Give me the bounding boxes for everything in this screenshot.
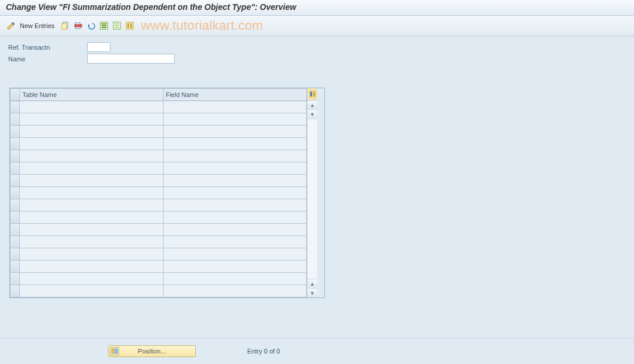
undo-icon[interactable]: [86, 20, 96, 31]
row-selector[interactable]: [11, 175, 20, 187]
cell-table-name[interactable]: [20, 285, 163, 297]
row-selector[interactable]: [11, 162, 20, 175]
table-settings-icon[interactable]: [307, 88, 317, 100]
configure-icon[interactable]: [124, 20, 135, 31]
ref-transactn-input[interactable]: [87, 42, 110, 52]
row-selector[interactable]: [11, 273, 20, 285]
name-label: Name: [8, 56, 87, 63]
cell-field-name[interactable]: [163, 212, 306, 224]
deselect-all-icon[interactable]: [112, 20, 122, 31]
cell-field-name[interactable]: [163, 187, 306, 199]
row-selector[interactable]: [11, 101, 20, 113]
cell-table-name[interactable]: [20, 199, 163, 212]
scroll-up-icon[interactable]: ▲: [307, 100, 317, 110]
table-row[interactable]: [11, 285, 307, 297]
table-row[interactable]: [11, 187, 307, 199]
cell-field-name[interactable]: [163, 138, 306, 150]
table-row[interactable]: [11, 162, 307, 175]
table-row[interactable]: [11, 150, 307, 162]
table-row[interactable]: [11, 126, 307, 138]
cell-field-name[interactable]: [163, 101, 306, 113]
row-selector[interactable]: [11, 126, 20, 138]
cell-table-name[interactable]: [20, 261, 163, 273]
cell-table-name[interactable]: [20, 150, 163, 162]
cell-table-name[interactable]: [20, 236, 163, 248]
cell-table-name[interactable]: [20, 126, 163, 138]
row-selector[interactable]: [11, 212, 20, 224]
cell-table-name[interactable]: [20, 212, 163, 224]
cell-table-name[interactable]: [20, 248, 163, 261]
row-selector[interactable]: [11, 138, 20, 150]
row-selector[interactable]: [11, 285, 20, 297]
cell-table-name[interactable]: [20, 187, 163, 199]
table-row[interactable]: [11, 224, 307, 236]
row-selector[interactable]: [11, 261, 20, 273]
cell-field-name[interactable]: [163, 113, 306, 126]
table-row[interactable]: [11, 101, 307, 113]
svg-rect-9: [115, 23, 119, 25]
cell-table-name[interactable]: [20, 175, 163, 187]
cell-field-name[interactable]: [163, 150, 306, 162]
position-button[interactable]: Position...: [108, 345, 196, 357]
copy-as-icon[interactable]: [60, 20, 71, 31]
cell-table-name[interactable]: [20, 224, 163, 236]
cell-table-name[interactable]: [20, 138, 163, 150]
table-row[interactable]: [11, 138, 307, 150]
row-selector[interactable]: [11, 150, 20, 162]
scroll-down-bottom-icon[interactable]: ▼: [307, 288, 317, 297]
scroll-track[interactable]: [307, 119, 317, 279]
cell-table-name[interactable]: [20, 113, 163, 126]
row-selector[interactable]: [11, 224, 20, 236]
column-header-field-name[interactable]: Field Name: [163, 89, 306, 101]
title-bar: Change View "FI Summarization Dependent …: [0, 0, 634, 16]
svg-rect-10: [115, 25, 119, 26]
delete-icon[interactable]: [73, 20, 84, 31]
svg-rect-15: [309, 91, 316, 98]
svg-rect-11: [115, 27, 119, 28]
cell-field-name[interactable]: [163, 126, 306, 138]
row-selector[interactable]: [11, 199, 20, 212]
new-entries-button[interactable]: New Entries: [19, 22, 58, 29]
page-title: Change View "FI Summarization Dependent …: [6, 2, 628, 12]
row-selector-header[interactable]: [11, 89, 20, 101]
table-row[interactable]: [11, 175, 307, 187]
cell-field-name[interactable]: [163, 199, 306, 212]
table-row[interactable]: [11, 273, 307, 285]
cell-field-name[interactable]: [163, 162, 306, 175]
svg-rect-17: [313, 92, 315, 96]
cell-field-name[interactable]: [163, 224, 306, 236]
cell-field-name[interactable]: [163, 236, 306, 248]
row-selector[interactable]: [11, 187, 20, 199]
row-selector[interactable]: [11, 236, 20, 248]
table-row[interactable]: [11, 199, 307, 212]
cell-table-name[interactable]: [20, 101, 163, 113]
cell-table-name[interactable]: [20, 162, 163, 175]
cell-field-name[interactable]: [163, 273, 306, 285]
table-container: Table Name Field Name ▲ ▼ ▲ ▼: [9, 88, 325, 298]
table-row[interactable]: [11, 261, 307, 273]
row-selector[interactable]: [11, 113, 20, 126]
watermark-text: www.tutorialkart.com: [141, 18, 263, 33]
table-row[interactable]: [11, 113, 307, 126]
table-row[interactable]: [11, 236, 307, 248]
svg-rect-13: [127, 23, 129, 28]
cell-field-name[interactable]: [163, 261, 306, 273]
table-row[interactable]: [11, 248, 307, 261]
position-label: Position...: [138, 348, 166, 355]
name-input[interactable]: [87, 54, 175, 64]
row-selector[interactable]: [11, 248, 20, 261]
position-icon: [110, 347, 119, 355]
table-row[interactable]: [11, 212, 307, 224]
select-all-icon[interactable]: [99, 20, 109, 31]
cell-table-name[interactable]: [20, 273, 163, 285]
svg-rect-1: [62, 23, 67, 29]
svg-rect-14: [130, 23, 132, 28]
cell-field-name[interactable]: [163, 175, 306, 187]
toolbar: New Entries: [0, 16, 634, 36]
column-header-table-name[interactable]: Table Name: [20, 89, 163, 101]
scroll-up-bottom-icon[interactable]: ▲: [307, 279, 317, 288]
cell-field-name[interactable]: [163, 285, 306, 297]
toggle-change-icon[interactable]: [6, 20, 16, 31]
scroll-down-icon[interactable]: ▼: [307, 110, 317, 119]
cell-field-name[interactable]: [163, 248, 306, 261]
